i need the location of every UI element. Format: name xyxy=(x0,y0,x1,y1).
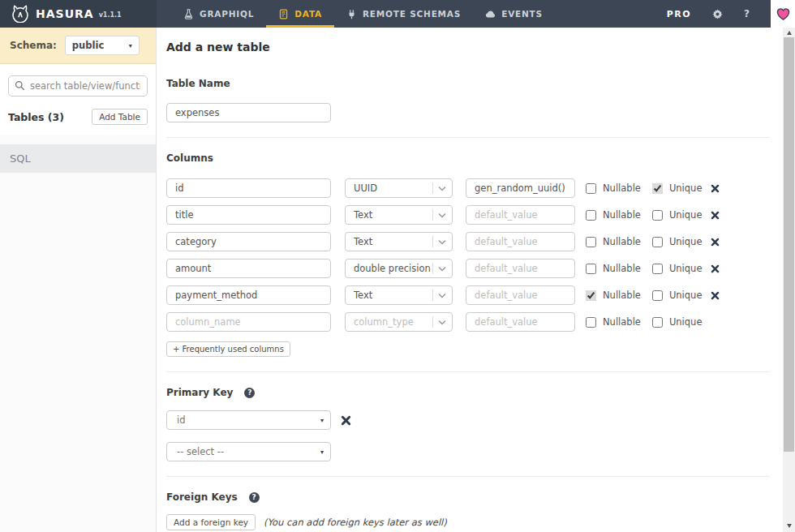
search-input[interactable] xyxy=(8,75,148,97)
columns-label: Columns xyxy=(166,152,770,164)
settings-button[interactable] xyxy=(712,9,723,19)
add-foreign-key-button[interactable]: Add a foreign key xyxy=(166,514,256,530)
help-button[interactable]: ? xyxy=(744,8,750,19)
frequently-used-columns-button[interactable]: + Frequently used columns xyxy=(166,341,290,357)
column-type-select[interactable]: column_type xyxy=(345,312,453,332)
foreign-keys-help-icon[interactable]: ? xyxy=(249,492,260,503)
hasura-console: HASURA v1.1.1 GRAPHIQL DATA REMOTE SCHEM… xyxy=(0,0,795,532)
schema-select[interactable]: public ▾ xyxy=(65,36,140,55)
unique-checkbox[interactable] xyxy=(652,183,663,194)
tab-label: DATA xyxy=(294,9,322,19)
nullable-checkbox[interactable] xyxy=(586,183,596,194)
cloud-icon xyxy=(485,9,496,19)
foreign-keys-label: Foreign Keys ? xyxy=(166,491,770,503)
tables-panel: Tables (3) Add Table xyxy=(0,64,156,135)
remove-column-icon[interactable] xyxy=(711,238,720,247)
select-separator xyxy=(432,263,433,274)
nullable-checkbox[interactable] xyxy=(586,264,596,274)
chevron-down-icon xyxy=(438,293,446,298)
column-default-input[interactable] xyxy=(466,205,575,225)
nullable-checkbox[interactable] xyxy=(586,317,596,328)
select-separator xyxy=(432,316,433,328)
add-table-button[interactable]: Add Table xyxy=(92,109,148,125)
unique-checkbox[interactable] xyxy=(652,237,663,247)
schema-select-value: public xyxy=(72,40,104,51)
nullable-label: Nullable xyxy=(603,209,641,221)
column-default-input[interactable] xyxy=(466,259,575,278)
column-type-select[interactable]: Text xyxy=(345,285,453,305)
unique-label: Unique xyxy=(669,236,703,247)
scroll-up-arrow-icon[interactable] xyxy=(783,28,795,37)
column-name-input[interactable] xyxy=(166,312,331,332)
column-type-select[interactable]: double precision xyxy=(345,259,453,278)
flask-icon xyxy=(183,9,194,19)
nullable-checkbox[interactable] xyxy=(586,237,596,247)
plug-icon xyxy=(346,9,357,19)
tab-events[interactable]: EVENTS xyxy=(473,0,555,28)
pro-button[interactable]: PRO xyxy=(667,9,691,19)
tab-data[interactable]: DATA xyxy=(266,0,334,28)
column-type-select[interactable]: Text xyxy=(345,232,453,251)
primary-key-second-select[interactable]: -- select -- ▾ xyxy=(166,442,331,461)
column-row: column_type Nullable Unique xyxy=(166,312,770,332)
table-name-label: Table Name xyxy=(166,78,770,89)
column-type-value: Text xyxy=(354,209,432,221)
unique-label: Unique xyxy=(669,209,703,221)
column-default-input[interactable] xyxy=(466,178,575,198)
love-button[interactable] xyxy=(771,0,795,28)
scrollbar[interactable] xyxy=(783,28,795,532)
remove-column-icon[interactable] xyxy=(711,184,720,193)
nullable-label: Nullable xyxy=(603,236,641,247)
unique-checkbox[interactable] xyxy=(652,290,663,301)
column-row: UUID Nullable Unique xyxy=(166,178,770,198)
column-name-input[interactable] xyxy=(166,205,331,225)
nullable-label: Nullable xyxy=(603,316,641,328)
column-row: Text Nullable Unique xyxy=(166,205,770,225)
schema-label: Schema: xyxy=(10,40,57,51)
brand-area[interactable]: HASURA v1.1.1 xyxy=(0,0,157,28)
column-row: Text Nullable Unique xyxy=(166,285,770,305)
primary-key-help-icon[interactable]: ? xyxy=(244,388,255,398)
column-name-input[interactable] xyxy=(166,178,331,198)
column-type-value: Text xyxy=(354,236,432,247)
unique-checkbox[interactable] xyxy=(652,210,663,221)
column-type-value: Text xyxy=(354,290,432,301)
remove-column-icon[interactable] xyxy=(711,211,720,220)
column-default-input[interactable] xyxy=(466,232,575,251)
column-name-input[interactable] xyxy=(166,285,331,305)
column-type-select[interactable]: UUID xyxy=(345,178,453,198)
column-type-value: column_type xyxy=(354,316,432,328)
column-type-value: UUID xyxy=(354,182,432,194)
brand-version: v1.1.1 xyxy=(99,11,122,19)
primary-key-label-text: Primary Key xyxy=(166,387,233,398)
scroll-down-arrow-icon[interactable] xyxy=(783,521,795,530)
sidebar-item-sql[interactable]: SQL xyxy=(0,144,156,173)
nav-tabs: GRAPHIQL DATA REMOTE SCHEMAS EVENTS xyxy=(171,0,555,28)
chevron-down-icon xyxy=(438,320,446,325)
column-row: double precision Nullable Unique xyxy=(166,259,770,278)
remove-column-icon[interactable] xyxy=(711,291,720,300)
primary-key-select-value: id xyxy=(177,414,186,426)
tab-graphiql[interactable]: GRAPHIQL xyxy=(171,0,266,28)
unique-label: Unique xyxy=(669,290,703,301)
sidebar: Schema: public ▾ Tables (3) Add Table SQ… xyxy=(0,28,157,532)
column-type-select[interactable]: Text xyxy=(345,205,453,225)
divider xyxy=(166,371,770,372)
remove-column-icon[interactable] xyxy=(711,264,720,273)
nullable-checkbox[interactable] xyxy=(586,210,596,221)
schema-section: Schema: public ▾ xyxy=(0,28,156,64)
column-default-input[interactable] xyxy=(466,312,575,332)
unique-checkbox[interactable] xyxy=(652,317,663,328)
table-name-input[interactable] xyxy=(166,103,331,122)
nullable-checkbox[interactable] xyxy=(586,290,596,301)
primary-key-select[interactable]: id ▾ xyxy=(166,410,331,430)
remove-primary-key-icon[interactable] xyxy=(341,415,351,426)
scrollbar-thumb[interactable] xyxy=(784,37,794,452)
column-default-input[interactable] xyxy=(466,285,575,305)
unique-label: Unique xyxy=(669,182,703,194)
unique-checkbox[interactable] xyxy=(652,264,663,274)
column-name-input[interactable] xyxy=(166,259,331,278)
data-file-icon xyxy=(278,9,289,19)
column-name-input[interactable] xyxy=(166,232,331,251)
tab-remote-schemas[interactable]: REMOTE SCHEMAS xyxy=(334,0,473,28)
